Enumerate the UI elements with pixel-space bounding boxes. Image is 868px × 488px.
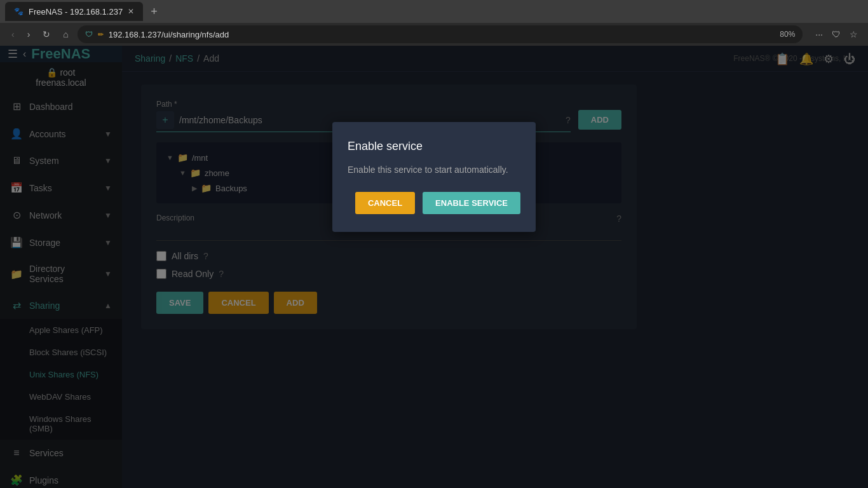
browser-nav-bar: ‹ › ↻ ⌂ 🛡 ✏ 192.168.1.237/ui/sharing/nfs… (0, 23, 868, 46)
bookmark-button[interactable]: ☆ (847, 27, 860, 42)
nav-forward-button[interactable]: › (24, 27, 34, 42)
modal-description: Enable this service to start automatical… (348, 163, 520, 177)
new-tab-button[interactable]: + (146, 3, 163, 21)
tab-title: FreeNAS - 192.168.1.237 (29, 7, 123, 17)
edit-url-icon: ✏ (98, 30, 104, 39)
modal-cancel-button[interactable]: CANCEL (355, 192, 415, 214)
modal-enable-button[interactable]: ENABLE SERVICE (423, 192, 520, 214)
nav-home-button[interactable]: ⌂ (59, 27, 72, 42)
nav-reload-button[interactable]: ↻ (39, 27, 54, 42)
modal-actions: CANCEL ENABLE SERVICE (348, 192, 520, 214)
modal-title: Enable service (348, 140, 520, 153)
browser-action-icons: ··· 🛡 ☆ (813, 27, 860, 42)
address-bar[interactable]: 🛡 ✏ 192.168.1.237/ui/sharing/nfs/add 80% (78, 25, 803, 43)
tab-close-button[interactable]: ✕ (128, 7, 134, 16)
nav-back-button[interactable]: ‹ (8, 27, 18, 42)
security-shield-icon: 🛡 (85, 30, 93, 39)
modal-overlay: Enable service Enable this service to st… (0, 46, 868, 488)
firefox-shield-button[interactable]: 🛡 (829, 27, 843, 42)
zoom-level: 80% (780, 30, 795, 39)
enable-service-modal: Enable service Enable this service to st… (332, 122, 536, 232)
url-text: 192.168.1.237/ui/sharing/nfs/add (109, 30, 770, 39)
tab-favicon: 🐾 (14, 7, 24, 16)
browser-tab-bar: 🐾 FreeNAS - 192.168.1.237 ✕ + (0, 0, 868, 23)
more-options-button[interactable]: ··· (813, 27, 825, 42)
active-tab[interactable]: 🐾 FreeNAS - 192.168.1.237 ✕ (5, 2, 143, 21)
